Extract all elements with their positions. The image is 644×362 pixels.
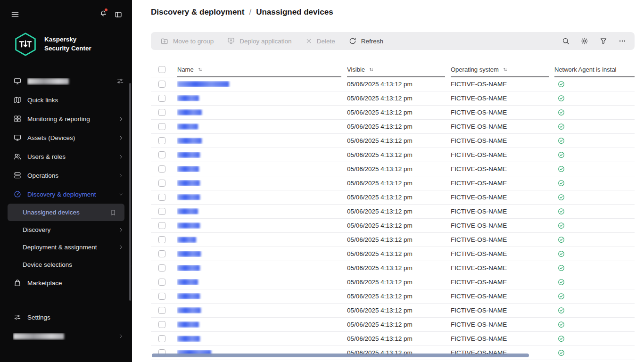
visible-timestamp: 05/06/2025 4:13:12 pm	[347, 250, 451, 257]
row-checkbox[interactable]	[158, 222, 165, 229]
row-checkbox[interactable]	[158, 279, 165, 286]
sidebar-item-deployment-assignment[interactable]: Deployment & assignment	[0, 239, 132, 256]
row-checkbox[interactable]	[158, 264, 165, 272]
kaspersky-logo-icon	[13, 32, 38, 57]
check-circle-icon	[557, 80, 565, 88]
operating-system: FICTIVE-OS-NAME	[451, 180, 554, 187]
device-name-cell	[177, 307, 347, 313]
sidebar-item-server[interactable]	[0, 72, 132, 90]
visible-timestamp: 05/06/2025 4:13:12 pm	[347, 321, 451, 328]
column-header-visible[interactable]: Visible	[347, 62, 445, 77]
sidebar-item-users-roles[interactable]: Users & roles	[0, 147, 132, 166]
row-checkbox[interactable]	[158, 293, 165, 300]
sidebar-item-monitoring-reporting[interactable]: Monitoring & reporting	[0, 109, 132, 128]
chevron-right-icon	[117, 153, 124, 160]
device-name-link[interactable]	[177, 222, 200, 229]
sort-icon[interactable]	[502, 66, 508, 73]
device-name-link[interactable]	[177, 95, 199, 101]
row-checkbox[interactable]	[158, 194, 165, 201]
sidebar-item-discovery-deployment[interactable]: Discovery & deployment	[0, 185, 132, 204]
sidebar-scrollbar[interactable]	[129, 83, 131, 301]
breadcrumb-section[interactable]: Discovery & deployment	[151, 8, 244, 17]
device-name-link[interactable]	[177, 180, 200, 186]
column-header-network-agent[interactable]: Network Agent is instal	[554, 62, 635, 77]
deploy-application-button[interactable]: Deploy application	[220, 32, 298, 50]
device-name-link[interactable]	[177, 138, 202, 144]
visible-timestamp: 05/06/2025 4:13:12 pm	[347, 335, 451, 342]
filter-button[interactable]	[594, 32, 613, 50]
horizontal-scrollbar[interactable]	[152, 354, 529, 357]
table-row: 05/06/2025 4:13:12 pmFICTIVE-OS-NAME	[151, 120, 635, 134]
check-circle-icon	[557, 165, 565, 173]
table-row: 05/06/2025 4:13:12 pmFICTIVE-OS-NAME	[151, 318, 635, 332]
row-checkbox[interactable]	[158, 236, 165, 243]
row-checkbox[interactable]	[158, 307, 165, 314]
row-checkbox[interactable]	[158, 180, 165, 187]
row-checkbox[interactable]	[158, 95, 165, 102]
device-name-link[interactable]	[177, 208, 198, 214]
device-name-link[interactable]	[177, 123, 198, 130]
row-checkbox-cell	[151, 236, 177, 243]
row-checkbox-cell	[151, 335, 177, 342]
menu-icon[interactable]	[10, 10, 20, 19]
ellipsis-icon	[618, 37, 627, 45]
sort-icon[interactable]	[197, 66, 203, 73]
sidebar-item-marketplace[interactable]: Marketplace	[0, 273, 132, 292]
column-header-name[interactable]: Name	[177, 62, 341, 77]
settings-button[interactable]	[575, 32, 594, 50]
row-checkbox[interactable]	[158, 123, 165, 130]
notifications-button[interactable]	[99, 9, 107, 20]
row-checkbox[interactable]	[158, 321, 165, 328]
refresh-button[interactable]: Refresh	[342, 32, 390, 50]
device-name-link[interactable]	[177, 152, 200, 158]
check-circle-icon	[557, 179, 565, 187]
table-row: 05/06/2025 4:13:12 pmFICTIVE-OS-NAME	[151, 205, 635, 219]
device-name-link[interactable]	[177, 251, 201, 257]
device-name-link[interactable]	[177, 237, 196, 243]
sidebar-item-operations[interactable]: Operations	[0, 166, 132, 185]
sidebar-item-label: Discovery & deployment	[27, 191, 112, 198]
device-name-link[interactable]	[177, 194, 200, 200]
row-checkbox[interactable]	[158, 250, 165, 257]
sidebar-item-label	[27, 78, 110, 85]
sidebar-item-discovery[interactable]: Discovery	[0, 221, 132, 239]
device-name-link[interactable]	[177, 321, 199, 328]
row-checkbox-cell	[151, 137, 177, 144]
button-label: Deploy application	[239, 38, 291, 45]
select-all-checkbox[interactable]	[158, 66, 165, 73]
sidebar-item-device-selections[interactable]: Device selections	[0, 256, 132, 273]
check-circle-icon	[557, 250, 565, 258]
device-name-link[interactable]	[177, 109, 202, 115]
sidebar-item-account[interactable]	[0, 327, 132, 346]
agent-status-cell	[554, 264, 635, 272]
device-name-link[interactable]	[177, 293, 200, 299]
visible-timestamp: 05/06/2025 4:13:12 pm	[347, 222, 451, 229]
agent-status-cell	[554, 250, 635, 258]
device-name-link[interactable]	[177, 307, 201, 313]
panel-toggle-icon[interactable]	[114, 10, 123, 19]
device-name-link[interactable]	[177, 166, 199, 172]
search-button[interactable]	[556, 32, 575, 50]
row-checkbox[interactable]	[158, 335, 165, 342]
sidebar-item-quick-links[interactable]: Quick links	[0, 90, 132, 109]
move-to-group-button[interactable]: Move to group	[154, 32, 220, 50]
delete-button[interactable]: Delete	[298, 32, 342, 50]
sidebar-item-settings[interactable]: Settings	[0, 308, 132, 327]
filter-icon	[599, 37, 608, 45]
check-circle-icon	[557, 193, 565, 201]
row-checkbox[interactable]	[158, 165, 165, 173]
device-name-link[interactable]	[177, 81, 229, 87]
sort-icon[interactable]	[368, 66, 374, 73]
row-checkbox[interactable]	[158, 151, 165, 158]
row-checkbox[interactable]	[158, 137, 165, 144]
device-name-link[interactable]	[177, 336, 200, 342]
device-name-link[interactable]	[177, 279, 198, 285]
sidebar-item-assets-devices[interactable]: Assets (Devices)	[0, 128, 132, 147]
device-name-link[interactable]	[177, 265, 200, 271]
more-button[interactable]	[613, 32, 632, 50]
sidebar-item-unassigned-devices[interactable]: Unassigned devices	[8, 204, 124, 221]
row-checkbox[interactable]	[158, 81, 165, 88]
column-header-operating-system[interactable]: Operating system	[451, 62, 549, 77]
row-checkbox[interactable]	[158, 208, 165, 215]
row-checkbox[interactable]	[158, 109, 165, 116]
